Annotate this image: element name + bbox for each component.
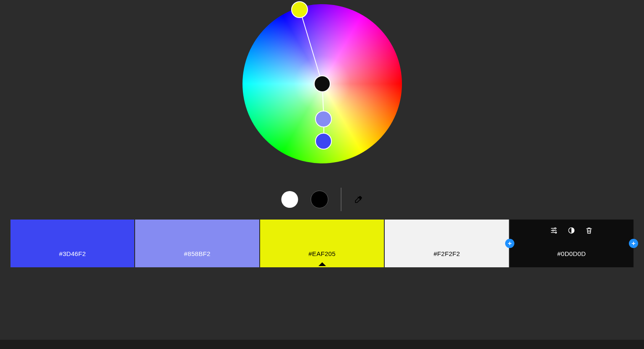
- swatch-delete-button[interactable]: [585, 226, 593, 235]
- background-mode-toolbar: [281, 190, 363, 209]
- palette-swatch[interactable]: #0D0D0D: [510, 220, 634, 267]
- eyedropper-button[interactable]: [354, 195, 363, 204]
- background-mode-light-button[interactable]: [281, 191, 298, 208]
- color-wheel-handle[interactable]: [315, 133, 332, 150]
- plus-icon: [631, 240, 636, 246]
- swatch-hex-label: #3D46F2: [59, 250, 86, 257]
- sliders-icon: [550, 226, 558, 235]
- swatch-actions: [510, 226, 634, 235]
- add-swatch-button[interactable]: [629, 239, 638, 248]
- trash-icon: [585, 226, 593, 235]
- swatch-hex-label: #EAF205: [308, 250, 336, 257]
- color-editor-stage: #3D46F2#858BF2#EAF205#F2F2F2#0D0D0D: [0, 0, 644, 349]
- palette-strip: #3D46F2#858BF2#EAF205#F2F2F2#0D0D0D: [10, 220, 634, 267]
- palette-swatch[interactable]: #EAF205: [260, 220, 384, 267]
- swatch-hex-label: #0D0D0D: [557, 250, 586, 257]
- swatch-hex-label: #F2F2F2: [433, 250, 460, 257]
- color-wheel-handle[interactable]: [315, 111, 332, 127]
- background-mode-dark-button[interactable]: [310, 191, 328, 208]
- toolbar-separator: [341, 188, 341, 211]
- swatch-adjust-button[interactable]: [550, 226, 558, 235]
- svg-point-1: [553, 230, 554, 231]
- palette-swatch[interactable]: #F2F2F2: [385, 220, 508, 267]
- add-swatch-button[interactable]: [505, 239, 514, 248]
- palette-swatch[interactable]: #3D46F2: [10, 220, 134, 267]
- swatch-contrast-button[interactable]: [567, 226, 576, 235]
- svg-point-0: [555, 227, 556, 229]
- color-wheel-handle[interactable]: [314, 75, 331, 92]
- base-color-caret-icon: [318, 262, 326, 266]
- swatch-hex-label: #858BF2: [184, 250, 211, 257]
- plus-icon: [507, 240, 513, 246]
- color-wheel[interactable]: [242, 4, 402, 163]
- palette-swatch[interactable]: #858BF2: [135, 220, 259, 267]
- bottom-bar: [0, 340, 644, 349]
- color-wheel-handle[interactable]: [291, 1, 308, 18]
- contrast-icon: [567, 226, 576, 235]
- eyedropper-icon: [354, 195, 363, 204]
